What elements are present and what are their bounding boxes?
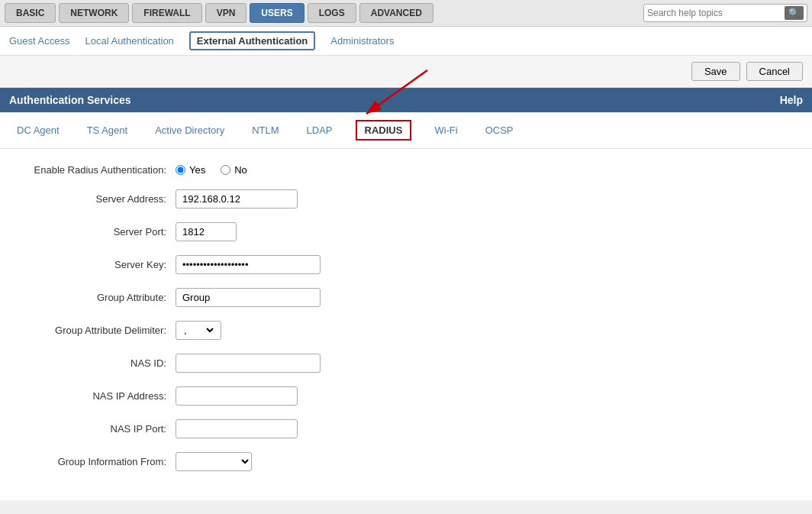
nas-ip-port-input[interactable] xyxy=(176,419,298,438)
group-attribute-input[interactable] xyxy=(176,288,321,307)
auth-tab-ldap[interactable]: LDAP xyxy=(302,121,337,139)
search-input[interactable] xyxy=(647,8,785,18)
group-information-from-label: Group Information From: xyxy=(23,456,176,467)
server-port-input[interactable] xyxy=(176,222,237,241)
group-attribute-delimiter-select[interactable]: , ; | xyxy=(181,324,216,337)
auth-tab-ntlm[interactable]: NTLM xyxy=(247,121,283,139)
search-button[interactable]: 🔍 xyxy=(785,6,804,20)
auth-tab-dc-agent[interactable]: DC Agent xyxy=(12,121,64,139)
nas-ip-address-label: NAS IP Address: xyxy=(23,390,176,402)
section-title: Authentication Services xyxy=(9,94,131,106)
group-information-from-select[interactable] xyxy=(176,452,252,471)
auth-tab-ts-agent[interactable]: TS Agent xyxy=(82,121,132,139)
nav-tab-vpn[interactable]: VPN xyxy=(205,3,247,23)
top-navigation: BASIC NETWORK FIREWALL VPN USERS LOGS AD… xyxy=(0,0,812,27)
auth-tab-radius[interactable]: RADIUS xyxy=(356,120,412,141)
server-address-input[interactable] xyxy=(176,189,298,209)
cancel-button[interactable]: Cancel xyxy=(746,62,803,81)
sub-nav-local-auth[interactable]: Local Authentication xyxy=(85,35,173,47)
enable-radius-no-label: No xyxy=(234,164,247,176)
group-attribute-label: Group Attribute: xyxy=(23,292,176,303)
auth-tab-wifi[interactable]: Wi-Fi xyxy=(430,121,462,139)
group-attribute-row: Group Attribute: xyxy=(23,288,789,307)
enable-radius-row: Enable Radius Authentication: Yes No xyxy=(23,164,789,176)
nas-ip-address-row: NAS IP Address: xyxy=(23,386,789,406)
nav-tab-firewall[interactable]: FIREWALL xyxy=(132,3,201,23)
enable-radius-no-radio[interactable] xyxy=(221,165,230,175)
section-header: Authentication Services Help xyxy=(0,88,812,112)
group-attribute-delimiter-label: Group Attribute Delimiter: xyxy=(23,325,176,336)
group-attribute-delimiter-row: Group Attribute Delimiter: , ; | xyxy=(23,321,789,340)
enable-radius-yes-label: Yes xyxy=(189,164,205,176)
enable-radius-yes-option: Yes xyxy=(176,164,205,176)
auth-tabs-container: DC Agent TS Agent Active Directory NTLM … xyxy=(0,112,812,149)
nav-tab-advanced[interactable]: ADVANCED xyxy=(359,3,433,23)
sub-nav-administrators[interactable]: Administrators xyxy=(330,35,394,47)
server-address-label: Server Address: xyxy=(23,193,176,205)
nas-ip-port-row: NAS IP Port: xyxy=(23,419,789,438)
nav-tab-network[interactable]: NETWORK xyxy=(59,3,129,23)
nas-ip-address-input[interactable] xyxy=(176,386,298,406)
save-button[interactable]: Save xyxy=(691,62,740,81)
server-address-row: Server Address: xyxy=(23,189,789,209)
server-port-label: Server Port: xyxy=(23,226,176,238)
server-key-input[interactable] xyxy=(176,255,321,274)
sub-navigation: Guest Access Local Authentication Extern… xyxy=(0,27,812,56)
nav-tab-logs[interactable]: LOGS xyxy=(308,3,356,23)
server-key-row: Server Key: xyxy=(23,255,789,274)
auth-tabs: DC Agent TS Agent Active Directory NTLM … xyxy=(0,112,812,149)
nas-id-label: NAS ID: xyxy=(23,357,176,369)
nas-id-input[interactable] xyxy=(176,354,321,373)
group-attribute-delimiter-select-wrapper: , ; | xyxy=(176,321,221,340)
sub-nav-external-auth[interactable]: External Authentication xyxy=(189,31,315,50)
auth-tab-active-directory[interactable]: Active Directory xyxy=(150,121,229,139)
enable-radius-label: Enable Radius Authentication: xyxy=(23,164,176,176)
nav-tab-basic[interactable]: BASIC xyxy=(5,3,56,23)
enable-radius-yes-radio[interactable] xyxy=(176,165,185,175)
search-box: 🔍 xyxy=(643,4,807,22)
server-key-label: Server Key: xyxy=(23,259,176,270)
radius-form: Enable Radius Authentication: Yes No Ser… xyxy=(0,149,812,500)
enable-radius-no-option: No xyxy=(221,164,247,176)
auth-tab-ocsp[interactable]: OCSP xyxy=(481,121,518,139)
toolbar: Save Cancel xyxy=(0,56,812,88)
nav-tab-users[interactable]: USERS xyxy=(250,3,304,23)
nas-ip-port-label: NAS IP Port: xyxy=(23,423,176,435)
enable-radius-radio-group: Yes No xyxy=(176,164,247,176)
group-information-from-row: Group Information From: xyxy=(23,452,789,471)
help-link[interactable]: Help xyxy=(780,94,803,106)
server-port-row: Server Port: xyxy=(23,222,789,241)
nas-id-row: NAS ID: xyxy=(23,354,789,373)
sub-nav-guest-access[interactable]: Guest Access xyxy=(9,35,69,47)
